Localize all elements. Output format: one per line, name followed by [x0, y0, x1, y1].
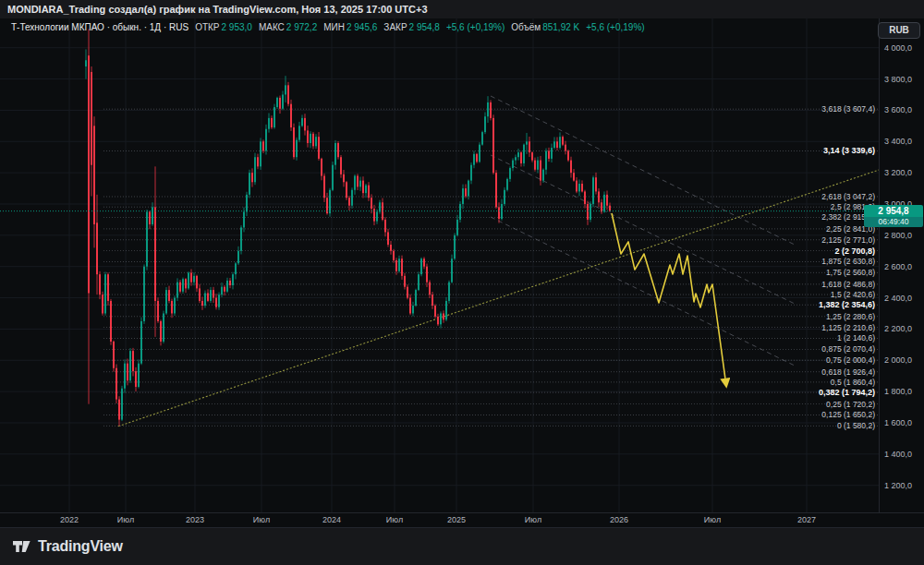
volume-change: +5,6 (+0,19%): [586, 22, 644, 32]
tradingview-logo-icon[interactable]: [13, 539, 30, 554]
svg-text:1,5 (2 420,6): 1,5 (2 420,6): [831, 290, 875, 299]
svg-text:0,125 (1 650,2): 0,125 (1 650,2): [821, 410, 875, 419]
svg-text:0,875 (2 070,4): 0,875 (2 070,4): [821, 344, 875, 354]
ohlc-high: МАКС2 972,2: [259, 22, 317, 32]
svg-text:3,14 (3 339,6): 3,14 (3 339,6): [823, 146, 875, 155]
bar-countdown: 06:49:40: [864, 217, 923, 227]
svg-text:2 (2 700,8): 2 (2 700,8): [834, 246, 875, 256]
svg-text:1,875 (2 630,8): 1,875 (2 630,8): [821, 257, 875, 266]
price-chart[interactable]: 3,618 (3 607,4)3,14 (3 339,6)2,618 (3 04…: [0, 18, 924, 528]
svg-text:0,25 (1 720,2): 0,25 (1 720,2): [826, 400, 875, 409]
svg-text:0 (1 580,2): 0 (1 580,2): [837, 421, 875, 430]
last-price-badge: 2 954,8 06:49:40: [864, 205, 923, 227]
svg-text:1,382 (2 354,6): 1,382 (2 354,6): [819, 300, 875, 309]
volume: Объём851,92 K: [511, 22, 579, 32]
price-axis[interactable]: [879, 18, 924, 512]
attribution-bar: MONDIARA_Trading создал(а) график на Tra…: [0, 0, 924, 18]
svg-text:1,618 (2 486,8): 1,618 (2 486,8): [821, 280, 875, 289]
svg-text:2,618 (3 047,2): 2,618 (3 047,2): [821, 192, 875, 201]
chart-canvas[interactable]: 3,618 (3 607,4)3,14 (3 339,6)2,618 (3 04…: [0, 18, 924, 528]
svg-text:0,382 (1 794,2): 0,382 (1 794,2): [819, 388, 875, 397]
symbol-title[interactable]: Т-Технологии МКПАО · обыкн. · 1Д · RUS: [11, 22, 188, 32]
chart-background: [0, 18, 924, 528]
svg-text:0,618 (1 926,4): 0,618 (1 926,4): [821, 367, 875, 377]
svg-text:2,125 (2 771,0): 2,125 (2 771,0): [821, 235, 875, 245]
ohlc-low: МИН2 945,6: [323, 22, 377, 32]
svg-text:3,618 (3 607,4): 3,618 (3 607,4): [821, 104, 875, 114]
price-change: +5,6 (+0,19%): [446, 22, 505, 32]
svg-text:1,25 (2 280,6): 1,25 (2 280,6): [826, 312, 875, 321]
time-axis[interactable]: [0, 513, 879, 528]
attribution-text: MONDIARA_Trading создал(а) график на Tra…: [7, 4, 428, 15]
svg-text:0,75 (2 000,4): 0,75 (2 000,4): [826, 355, 875, 365]
last-price-value: 2 954,8: [864, 205, 923, 217]
ohlc-close: ЗАКР2 954,8: [383, 22, 440, 32]
brand-name[interactable]: TradingView: [38, 538, 123, 555]
chart-legend: Т-Технологии МКПАО · обыкн. · 1Д · RUS О…: [11, 22, 645, 32]
currency-toggle-button[interactable]: RUB: [878, 22, 920, 39]
svg-text:0,5 (1 860,4): 0,5 (1 860,4): [831, 378, 875, 387]
ohlc-open: ОТКР2 953,0: [195, 22, 252, 32]
svg-text:1,125 (2 210,6): 1,125 (2 210,6): [821, 323, 875, 332]
svg-text:1 (2 140,6): 1 (2 140,6): [837, 333, 875, 343]
svg-text:1,75 (2 560,8): 1,75 (2 560,8): [826, 268, 875, 277]
footer: TradingView: [0, 528, 924, 565]
